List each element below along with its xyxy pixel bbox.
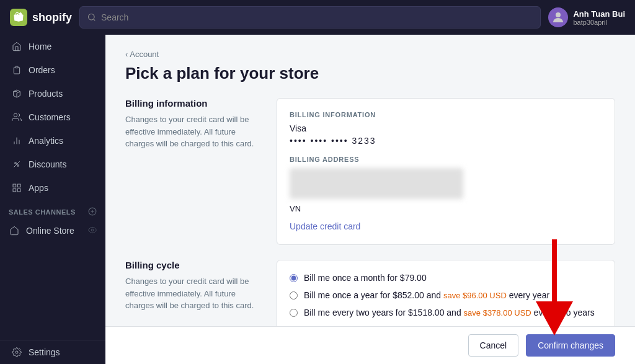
sidebar-item-home[interactable]: Home xyxy=(2,35,103,58)
main-content: ‹ Account Pick a plan for your store Bil… xyxy=(105,35,635,326)
logo: shopify xyxy=(10,9,72,26)
sidebar-label-customers: Customers xyxy=(29,112,71,122)
online-store-icon xyxy=(9,225,20,236)
orders-icon xyxy=(11,64,22,76)
svg-rect-1 xyxy=(16,66,18,68)
user-menu[interactable]: Anh Tuan Bui batp30april xyxy=(548,7,625,27)
sidebar-item-analytics[interactable]: Analytics xyxy=(2,130,103,152)
sidebar-label-orders: Orders xyxy=(29,65,55,75)
billing-option-two-years-label: Bill me every two years for $1518.00 and… xyxy=(304,308,595,317)
billing-radio-yearly[interactable] xyxy=(290,291,298,300)
billing-option-yearly-label: Bill me once a year for $852.00 and save… xyxy=(304,290,549,300)
sidebar: Home Orders Products Customers Analytics xyxy=(0,35,105,364)
billing-option-monthly: Bill me once a month for $79.00 xyxy=(290,273,602,283)
billing-cycle-desc: Changes to your credit card will be effe… xyxy=(125,275,262,312)
billing-cycle-section: Billing cycle Changes to your credit car… xyxy=(125,260,615,326)
logo-text: shopify xyxy=(32,11,72,24)
customers-icon xyxy=(11,112,22,123)
svg-rect-11 xyxy=(13,189,16,192)
content-wrapper: ‹ Account Pick a plan for your store Bil… xyxy=(105,35,635,364)
sidebar-label-settings: Settings xyxy=(29,347,60,357)
search-input[interactable] xyxy=(101,12,533,22)
card-type: Visa xyxy=(290,123,602,133)
svg-point-7 xyxy=(17,165,19,167)
sidebar-item-products[interactable]: Products xyxy=(2,82,103,105)
billing-info-description: Billing information Changes to your cred… xyxy=(125,98,262,245)
billing-option-yearly: Bill me once a year for $852.00 and save… xyxy=(290,290,602,300)
topbar: shopify Anh Tuan Bui batp30april xyxy=(0,0,635,35)
sidebar-label-apps: Apps xyxy=(29,183,48,193)
sidebar-item-settings[interactable]: Settings xyxy=(2,341,103,363)
cancel-button[interactable]: Cancel xyxy=(468,334,519,357)
sales-channels-section: SALES CHANNELS xyxy=(0,200,105,220)
sidebar-label-home: Home xyxy=(29,42,51,51)
billing-info-title: Billing information xyxy=(125,98,262,109)
billing-address-label: BILLING ADDRESS xyxy=(290,156,602,163)
shopify-logo-icon xyxy=(10,9,27,26)
sidebar-label-online-store: Online Store xyxy=(26,226,74,236)
page-title: Pick a plan for your store xyxy=(125,64,615,83)
apps-icon xyxy=(11,182,22,193)
yearly-save-text: save $96.00 USD xyxy=(443,291,507,300)
svg-rect-10 xyxy=(17,184,20,187)
svg-point-16 xyxy=(91,229,94,231)
breadcrumb-text: Account xyxy=(130,50,159,59)
country-code: VN xyxy=(290,204,602,213)
main-layout: Home Orders Products Customers Analytics xyxy=(0,35,635,364)
sidebar-item-discounts[interactable]: Discounts xyxy=(2,153,103,175)
billing-cycle-card: Bill me once a month for $79.00 Bill me … xyxy=(277,260,615,326)
sidebar-item-online-store[interactable]: Online Store xyxy=(0,220,105,242)
billing-option-two-years: Bill me every two years for $1518.00 and… xyxy=(290,308,602,317)
card-number: •••• •••• •••• 3233 xyxy=(290,136,602,146)
search-bar[interactable] xyxy=(79,6,541,29)
sidebar-label-analytics: Analytics xyxy=(29,136,63,146)
footer-container: Cancel Confirm changes xyxy=(105,326,635,364)
billing-info-card: BILLING INFORMATION Visa •••• •••• •••• … xyxy=(277,98,615,245)
user-info: Anh Tuan Bui batp30april xyxy=(573,9,625,26)
billing-info-desc: Changes to your credit card will be effe… xyxy=(125,113,262,150)
sales-channels-title: SALES CHANNELS xyxy=(9,208,76,216)
billing-radio-two-years[interactable] xyxy=(290,309,298,317)
discounts-icon xyxy=(11,159,22,170)
billing-info-card-label: BILLING INFORMATION xyxy=(290,111,602,118)
blurred-address xyxy=(290,168,463,199)
sidebar-label-products: Products xyxy=(29,89,63,99)
home-icon xyxy=(11,41,22,52)
confirm-button[interactable]: Confirm changes xyxy=(526,334,615,357)
user-handle: batp30april xyxy=(573,19,625,26)
breadcrumb[interactable]: ‹ Account xyxy=(125,50,615,59)
billing-cycle-description: Billing cycle Changes to your credit car… xyxy=(125,260,262,326)
search-icon xyxy=(87,13,96,22)
avatar xyxy=(548,7,568,27)
footer-bar: Cancel Confirm changes xyxy=(105,326,635,364)
analytics-icon xyxy=(11,135,22,146)
billing-option-monthly-label: Bill me once a month for $79.00 xyxy=(304,273,427,283)
settings-icon xyxy=(11,347,22,358)
svg-point-0 xyxy=(556,12,561,17)
user-name: Anh Tuan Bui xyxy=(573,9,625,19)
two-years-save-text: save $378.00 USD xyxy=(464,308,531,317)
svg-point-17 xyxy=(16,351,18,353)
sidebar-item-apps[interactable]: Apps xyxy=(2,177,103,199)
update-credit-card-link[interactable]: Update credit card xyxy=(290,221,360,231)
eye-icon[interactable] xyxy=(88,226,97,236)
products-icon xyxy=(11,88,22,99)
svg-point-6 xyxy=(15,162,17,164)
billing-info-section: Billing information Changes to your cred… xyxy=(125,98,615,245)
add-sales-channel-icon[interactable] xyxy=(88,207,97,217)
sidebar-label-discounts: Discounts xyxy=(29,159,66,169)
billing-radio-monthly[interactable] xyxy=(290,274,298,282)
svg-rect-9 xyxy=(13,184,16,187)
billing-cycle-title: Billing cycle xyxy=(125,260,262,270)
svg-rect-12 xyxy=(17,189,20,192)
svg-point-2 xyxy=(14,113,17,117)
sidebar-bottom: Settings xyxy=(0,340,105,364)
sidebar-item-orders[interactable]: Orders xyxy=(2,59,103,81)
sidebar-item-customers[interactable]: Customers xyxy=(2,106,103,128)
